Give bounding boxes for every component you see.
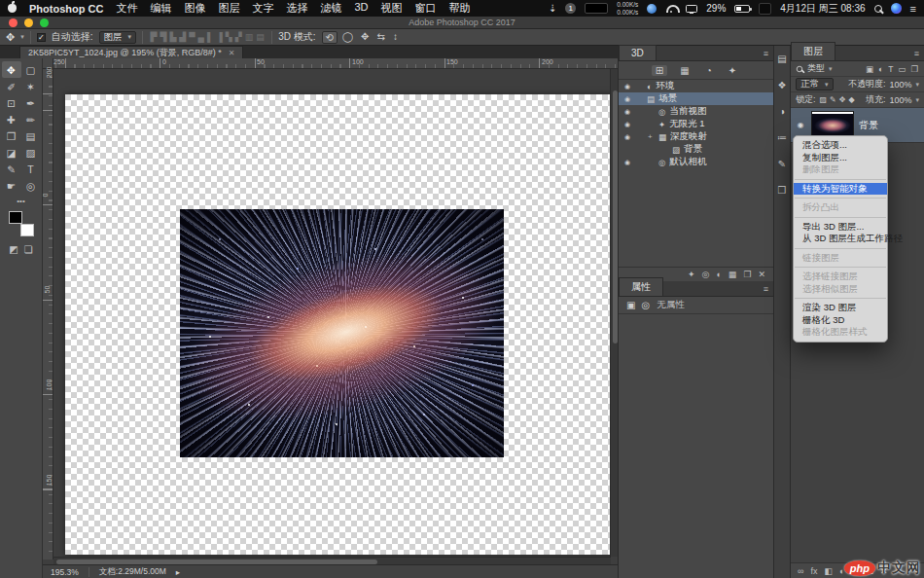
chevron-down-icon[interactable]: ▾ <box>915 81 919 89</box>
align-center-h-icon[interactable]: ▜ <box>159 32 168 42</box>
hand-tool[interactable]: ☛ <box>2 177 21 194</box>
lock-paint-icon[interactable]: ✎ <box>830 95 836 104</box>
notification-center-icon[interactable]: ≡ <box>910 3 916 15</box>
menu-item-delete-layer[interactable]: 删除图层 <box>794 163 887 176</box>
collapsed-navigator-panel-icon[interactable]: ❖ <box>778 80 787 90</box>
ibl-environment-icon[interactable]: ◐ <box>716 270 721 279</box>
tree-item-default-camera[interactable]: ◉ ◎ 默认相机 <box>619 156 773 168</box>
menu-sep-3[interactable] <box>795 217 886 218</box>
menu-sep-5[interactable] <box>795 267 886 268</box>
auto-select-target-dropdown[interactable]: 图层 ▾ <box>99 31 137 44</box>
smart-object-filter-icon[interactable]: ❐ <box>909 64 919 74</box>
tree-item-depth-map[interactable]: ◉ + ▦ 深度映射 <box>619 130 773 143</box>
active-tool-icon[interactable]: ✥ <box>6 31 15 44</box>
panel-menu-icon[interactable]: ≡ <box>759 284 773 296</box>
menu-item-blending-options[interactable]: 混合选项... <box>794 139 887 152</box>
distribute-center-icon[interactable]: ▥ <box>243 32 255 42</box>
panel-menu-icon[interactable]: ≡ <box>909 49 924 60</box>
tree-item-environment[interactable]: ◉ ◐ 环境 <box>619 80 773 92</box>
horizontal-scrollbar-thumb[interactable] <box>56 560 377 564</box>
magic-wand-tool[interactable]: ✶ <box>21 78 41 94</box>
menu-item-render-3d-layer[interactable]: 渲染 3D 图层 <box>794 302 887 314</box>
pan-3d-camera-icon[interactable]: ✥ <box>358 31 372 44</box>
input-source-icon[interactable] <box>759 3 771 15</box>
align-right-icon[interactable]: ▙ <box>168 32 178 42</box>
blend-mode-dropdown[interactable]: 正常 ▾ <box>796 78 834 90</box>
marquee-tool[interactable]: ▢ <box>21 61 41 78</box>
pen-tool[interactable]: ✎ <box>2 161 21 177</box>
visibility-eye-icon[interactable]: ◉ <box>622 121 632 128</box>
layer-style-icon[interactable]: fx <box>810 566 817 576</box>
menu-item-convert-to-smart-object[interactable]: 转换为智能对象 <box>794 183 887 196</box>
pixel-layer-filter-icon[interactable]: ▣ <box>865 64 874 74</box>
distribute-bottom-icon[interactable]: ▚ <box>224 32 233 42</box>
quick-mask-mode-icon[interactable]: ◩ <box>9 244 18 255</box>
eyedropper-tool[interactable]: ✒ <box>21 94 41 111</box>
tab-properties[interactable]: 属性 <box>619 277 663 296</box>
menubar-item[interactable]: 视图 <box>380 1 402 16</box>
chevron-down-icon[interactable]: ▾ <box>829 65 833 73</box>
roll-3d-camera-icon[interactable]: ◯ <box>339 31 356 44</box>
menu-item-select-similar-layers[interactable]: 选择相似图层 <box>794 283 887 296</box>
zoom-3d-camera-icon[interactable]: ↕ <box>390 31 401 44</box>
wifi-icon[interactable] <box>665 5 677 13</box>
screen-mode-icon[interactable]: ❏ <box>24 244 33 255</box>
align-left-icon[interactable]: ▛ <box>149 32 159 42</box>
menu-item-rasterize-3d[interactable]: 栅格化 3D <box>794 314 887 327</box>
layer-mask-icon[interactable]: ◧ <box>824 566 833 576</box>
filter-type-label[interactable]: 类型 <box>807 62 825 75</box>
chevron-down-icon[interactable]: ▾ <box>915 96 919 104</box>
menu-item-generate-work-path[interactable]: 从 3D 图层生成工作路径 <box>794 233 887 245</box>
add-camera-icon[interactable]: ◎ <box>702 270 710 279</box>
adjustment-layer-filter-icon[interactable]: ◐ <box>877 64 884 74</box>
panel-menu-icon[interactable]: ≡ <box>759 49 773 60</box>
foreground-color-swatch[interactable] <box>9 211 22 224</box>
distribute-left-icon[interactable]: ▞ <box>233 32 243 42</box>
filter-lights-icon[interactable]: ✦ <box>725 65 740 76</box>
tree-item-infinite-light[interactable]: ◉ ✦ 无限光 1 <box>619 118 773 130</box>
collapsed-info-panel-icon[interactable]: ≔ <box>777 132 787 143</box>
menu-item-split-extrusion[interactable]: 拆分凸出 <box>794 201 887 214</box>
apple-menu-icon[interactable] <box>8 4 17 13</box>
download-status-icon[interactable]: ⇣ <box>549 3 556 14</box>
collapsed-history-panel-icon[interactable]: ▤ <box>777 54 786 64</box>
clone-stamp-tool[interactable]: ❐ <box>2 127 21 144</box>
slide-3d-camera-icon[interactable]: ⇆ <box>373 31 387 44</box>
menubar-item[interactable]: 3D <box>354 1 368 16</box>
brush-tool[interactable]: ✏ <box>21 111 41 127</box>
menu-item-link-layers[interactable]: 链接图层 <box>794 252 887 265</box>
siri-icon[interactable] <box>891 3 902 14</box>
delete-3d-object-icon[interactable]: ✕ <box>758 270 765 279</box>
visibility-eye-icon[interactable]: ◉ <box>622 159 632 166</box>
visibility-eye-icon[interactable]: ◉ <box>622 95 632 103</box>
menu-item-export-3d-layer[interactable]: 导出 3D 图层... <box>794 221 887 234</box>
status-popup-arrow-icon[interactable]: ▸ <box>176 567 180 577</box>
menu-item-select-linked-layers[interactable]: 选择链接图层 <box>794 271 887 283</box>
expand-twist-icon[interactable]: + <box>648 132 655 141</box>
opacity-value[interactable]: 100% <box>889 80 911 90</box>
menu-item-rasterize-layer-style[interactable]: 栅格化图层样式 <box>794 326 887 339</box>
lasso-tool[interactable]: ✐ <box>2 78 21 94</box>
link-layers-icon[interactable]: ∞ <box>798 566 803 576</box>
capture-widget-icon[interactable] <box>585 3 608 14</box>
layer-visibility-eye-icon[interactable]: ◉ <box>795 121 806 129</box>
horizontal-ruler[interactable]: 050100150200250 <box>53 58 618 69</box>
eraser-tool[interactable]: ◪ <box>2 144 21 161</box>
filter-materials-icon[interactable]: ◔ <box>702 65 716 76</box>
history-brush-tool[interactable]: ▤ <box>21 127 41 144</box>
display-icon[interactable] <box>686 5 697 13</box>
tree-item-current-view[interactable]: ◉ ◎ 当前视图 <box>619 105 773 118</box>
edit-toolbar-ellipsis-icon[interactable]: ••• <box>17 197 24 205</box>
menubar-item[interactable]: 滤镜 <box>320 1 341 16</box>
menu-sep-1[interactable] <box>795 179 886 180</box>
battery-icon[interactable] <box>734 5 750 13</box>
close-tab-icon[interactable]: ✕ <box>229 49 235 57</box>
layer-name[interactable]: 背景 <box>859 119 878 132</box>
filter-meshes-icon[interactable]: ▦ <box>676 65 693 76</box>
duplicate-object-icon[interactable]: ❐ <box>743 270 751 279</box>
healing-brush-tool[interactable]: ✚ <box>2 111 21 127</box>
menubar-item[interactable]: 帮助 <box>448 1 470 16</box>
vpn-globe-icon[interactable] <box>647 4 657 14</box>
lock-transparency-icon[interactable]: ▨ <box>820 95 828 104</box>
align-top-icon[interactable]: ▟ <box>178 32 188 42</box>
